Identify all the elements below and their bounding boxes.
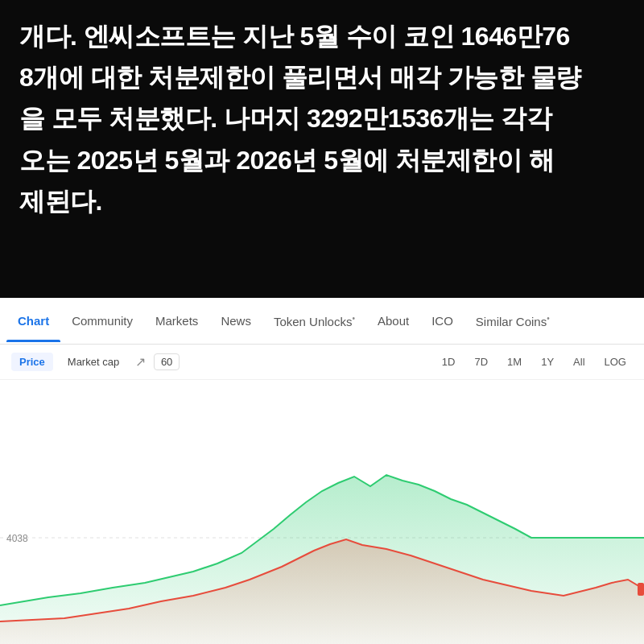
interval-1y[interactable]: 1Y	[535, 353, 560, 371]
price-toggle[interactable]: Price	[11, 353, 53, 371]
tab-about[interactable]: About	[366, 299, 420, 342]
article-body: 개다. 엔씨소프트는 지난 5월 수이 코인 1646만76 8개에 대한 처분…	[19, 16, 625, 222]
interval-7d[interactable]: 7D	[468, 353, 494, 371]
tab-ico[interactable]: ICO	[420, 299, 464, 342]
chart-toolbar: Price Market cap ↗ 1D 7D 1M 1Y All LOG	[0, 345, 644, 380]
similar-coins-dot: •	[547, 314, 550, 323]
token-unlocks-dot: •	[352, 314, 355, 323]
svg-rect-1	[638, 583, 644, 596]
tab-markets[interactable]: Markets	[144, 299, 209, 342]
text-line-1: 개다. 엔씨소프트는 지난 5월 수이 코인 1646만76	[19, 16, 625, 57]
tab-token-unlocks[interactable]: Token Unlocks•	[262, 299, 366, 343]
nav-tab-bar: Chart Community Markets News Token Unloc…	[0, 298, 644, 345]
price-chart[interactable]: 4038	[0, 380, 644, 644]
chart-svg	[0, 380, 644, 644]
trend-icon[interactable]: ↗	[135, 354, 146, 369]
price-axis-label: 4038	[6, 533, 28, 544]
tab-similar-coins[interactable]: Similar Coins•	[464, 299, 561, 343]
interval-1d[interactable]: 1D	[436, 353, 462, 371]
tab-news[interactable]: News	[209, 299, 262, 342]
text-line-4: 오는 2025년 5월과 2026년 5월에 처분제한이 해	[19, 140, 625, 181]
interval-log[interactable]: LOG	[598, 353, 633, 371]
market-cap-toggle[interactable]: Market cap	[60, 353, 127, 371]
text-line-3: 을 모두 처분했다. 나머지 3292만1536개는 각각	[19, 98, 625, 139]
tab-community[interactable]: Community	[60, 299, 144, 342]
text-line-5: 제된다.	[19, 181, 625, 222]
article-text-section: 개다. 엔씨소프트는 지난 5월 수이 코인 1646만76 8개에 대한 처분…	[0, 0, 644, 298]
interval-1m[interactable]: 1M	[501, 353, 528, 371]
interval-number-input[interactable]	[154, 353, 180, 370]
interval-all[interactable]: All	[567, 353, 591, 371]
tab-chart[interactable]: Chart	[6, 299, 60, 342]
text-line-2: 8개에 대한 처분제한이 풀리면서 매각 가능한 물량	[19, 57, 625, 98]
